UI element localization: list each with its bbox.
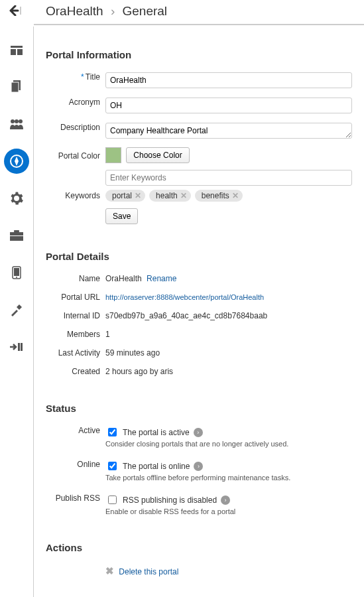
- color-swatch: [105, 147, 121, 163]
- delete-icon: ✖: [105, 565, 114, 576]
- section-portal-details: Portal Details: [46, 251, 352, 262]
- last-activity-value: 59 minutes ago: [105, 346, 352, 358]
- description-input[interactable]: [105, 123, 352, 139]
- label-online: Online: [46, 457, 105, 469]
- members-icon[interactable]: [4, 111, 29, 137]
- svg-point-8: [19, 119, 23, 123]
- label-name: Name: [46, 271, 105, 283]
- compass-icon[interactable]: [4, 149, 29, 174]
- label-rss: Publish RSS: [46, 491, 105, 503]
- svg-rect-12: [10, 236, 23, 241]
- active-help: Consider closing portals that are no lon…: [105, 440, 352, 448]
- svg-rect-2: [11, 49, 16, 55]
- expand-active-icon[interactable]: ›: [194, 428, 203, 437]
- online-checkbox[interactable]: [108, 462, 117, 470]
- name-value: OraHealth: [105, 274, 142, 283]
- label-active: Active: [46, 423, 105, 435]
- svg-point-6: [11, 119, 15, 123]
- label-internal-id: Internal ID: [46, 308, 105, 320]
- keyword-label: portal: [112, 191, 132, 200]
- svg-rect-14: [14, 268, 19, 276]
- dashboard-icon[interactable]: [4, 37, 29, 62]
- back-arrow-icon[interactable]: [9, 3, 24, 20]
- active-text: The portal is active: [123, 428, 190, 437]
- save-button[interactable]: Save: [105, 208, 138, 224]
- breadcrumb-parent[interactable]: OraHealth: [46, 4, 103, 18]
- label-url: Portal URL: [46, 290, 105, 302]
- breadcrumb-current: General: [123, 4, 168, 18]
- section-actions: Actions: [46, 542, 352, 553]
- keyword-label: benefits: [202, 191, 229, 200]
- svg-rect-3: [17, 49, 23, 55]
- svg-rect-11: [10, 232, 23, 235]
- keyword-tag: benefits✕: [195, 190, 243, 202]
- label-keywords: Keywords: [46, 188, 105, 200]
- import-icon[interactable]: [4, 334, 29, 360]
- label-members: Members: [46, 327, 105, 339]
- label-color: Portal Color: [46, 147, 105, 161]
- keywords-input[interactable]: [105, 170, 352, 186]
- toolbox-icon[interactable]: [4, 223, 29, 248]
- label-last-activity: Last Activity: [46, 346, 105, 358]
- choose-color-button[interactable]: Choose Color: [126, 147, 189, 163]
- created-value: 2 hours ago by aris: [105, 364, 352, 376]
- section-status: Status: [46, 403, 352, 414]
- active-checkbox[interactable]: [108, 428, 117, 436]
- label-description: Description: [46, 120, 105, 132]
- build-icon[interactable]: [4, 297, 29, 322]
- keyword-tag: health✕: [149, 190, 191, 202]
- svg-rect-10: [14, 230, 19, 232]
- svg-rect-17: [21, 343, 23, 351]
- expand-rss-icon[interactable]: ›: [221, 496, 230, 505]
- delete-portal-link[interactable]: Delete this portal: [119, 567, 178, 576]
- mobile-icon[interactable]: [4, 260, 29, 285]
- remove-keyword-icon[interactable]: ✕: [232, 191, 239, 200]
- svg-point-15: [16, 277, 17, 278]
- internal-id-value: s70edb97b_a9a6_40ac_ae4c_cd8b7684baab: [105, 308, 352, 320]
- svg-rect-16: [18, 343, 20, 351]
- online-help: Take portals offline before performing m…: [105, 474, 352, 482]
- keyword-tag: portal✕: [105, 190, 145, 202]
- rename-link[interactable]: Rename: [147, 274, 176, 283]
- label-title: Title: [86, 72, 100, 82]
- title-input[interactable]: [105, 72, 352, 88]
- svg-point-7: [15, 119, 19, 123]
- rss-checkbox[interactable]: [108, 496, 117, 504]
- rss-help: Enable or disable RSS feeds for a portal: [105, 507, 352, 515]
- acronym-input[interactable]: [105, 98, 352, 113]
- expand-online-icon[interactable]: ›: [194, 462, 203, 471]
- pages-icon[interactable]: [4, 74, 29, 100]
- remove-keyword-icon[interactable]: ✕: [135, 191, 141, 200]
- left-nav: [0, 0, 33, 597]
- remove-keyword-icon[interactable]: ✕: [180, 191, 187, 200]
- label-acronym: Acronym: [46, 95, 105, 107]
- svg-rect-5: [11, 82, 19, 92]
- label-created: Created: [46, 364, 105, 376]
- chevron-right-icon: ›: [111, 4, 115, 18]
- members-value: 1: [105, 327, 352, 339]
- rss-text: RSS publishing is disabled: [123, 496, 217, 505]
- settings-icon[interactable]: [4, 186, 29, 211]
- section-portal-info: Portal Information: [46, 49, 352, 60]
- online-text: The portal is online: [123, 462, 190, 471]
- portal-url-link[interactable]: http://oraserver:8888/webcenter/portal/O…: [105, 293, 264, 301]
- svg-rect-1: [11, 46, 23, 48]
- keyword-label: health: [156, 191, 178, 200]
- breadcrumb: OraHealth › General: [34, 0, 364, 25]
